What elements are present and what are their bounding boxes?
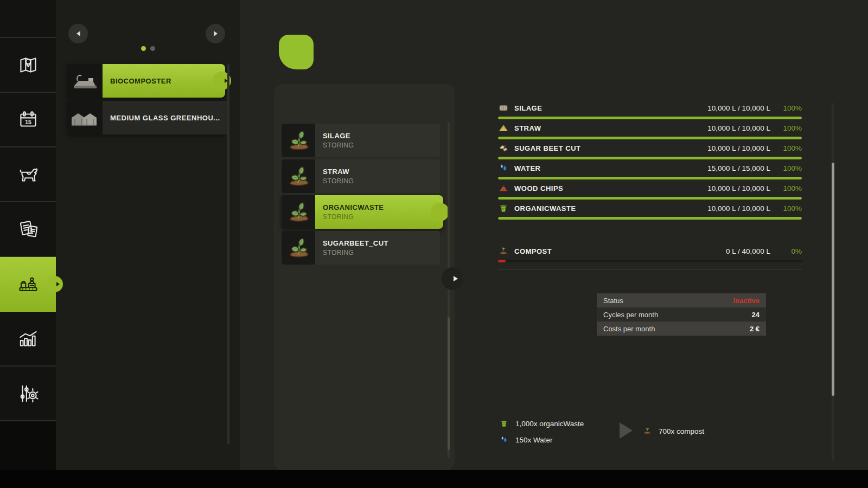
fill-level-bar — [498, 177, 802, 179]
seedling-icon — [282, 124, 315, 157]
ingredient-quantity: 1,000x organicWaste — [515, 420, 584, 428]
seedling-illustration — [501, 279, 593, 363]
stat-label: Costs per month — [603, 325, 655, 333]
animals-icon — [16, 162, 41, 187]
pagination-dot — [141, 46, 146, 51]
stat-label: Cycles per month — [603, 311, 658, 319]
statistics-icon — [16, 326, 41, 351]
product-name: SUGARBEET_CUT — [323, 239, 440, 247]
main-content: SILAGE STORING STRAW STORING ORGANICWAST… — [240, 0, 868, 470]
fill-product-name: SUGAR BEET CUT — [514, 144, 581, 152]
thumb-biocomposter-icon — [67, 64, 103, 98]
keybind-bar — [0, 470, 868, 488]
fill-level-row: WOOD CHIPS 10,000 L / 10,000 L 100% — [498, 182, 802, 202]
fill-percent: 100% — [770, 184, 802, 192]
recipe-ingredient: 700x compost — [642, 426, 704, 436]
fill-level-row: SILAGE 10,000 L / 10,000 L 100% — [498, 102, 802, 122]
sidebar-nav: 15 — [0, 0, 56, 488]
fill-level-bar — [498, 137, 802, 139]
seedling-icon — [282, 231, 315, 265]
fill-percent: 100% — [770, 204, 802, 213]
fill-level-bar-fill — [498, 197, 802, 200]
panel-expand-arrow[interactable] — [442, 267, 463, 290]
owned-item-label-box: MEDIUM GLASS GREENHOU... — [103, 101, 228, 134]
fill-percent: 100% — [770, 144, 802, 152]
fill-product-name: SILAGE — [514, 104, 542, 112]
stat-value: 2 € — [750, 325, 760, 333]
stat-label: Status — [603, 297, 623, 305]
compost-icon — [498, 246, 509, 256]
sidebar-logo-area — [0, 0, 56, 38]
pagination-dots — [56, 46, 240, 51]
fill-product-name: WATER — [514, 164, 540, 172]
wood-chips-icon — [498, 183, 509, 193]
fill-percent: 100% — [770, 104, 802, 112]
fill-amount: 10,000 L / 10,000 L — [707, 204, 770, 213]
recipe-ingredient: 1,000x organicWaste — [499, 418, 584, 429]
stat-value: 24 — [752, 311, 760, 319]
production-icon — [16, 272, 41, 297]
product-name: SILAGE — [323, 132, 440, 140]
production-stat-row: Costs per month 2 € — [597, 322, 766, 336]
sidebar-item[interactable] — [0, 147, 56, 202]
fill-product-name: STRAW — [514, 124, 541, 132]
pagination-dot — [150, 46, 155, 51]
recipe-arrow-icon — [620, 422, 633, 439]
product-item-body: STRAW STORING — [315, 159, 440, 193]
straw-icon — [498, 123, 509, 133]
production-chains-icon — [279, 35, 314, 69]
sidebar-item[interactable]: 15 — [0, 93, 56, 147]
fill-amount: 10,000 L / 10,000 L — [707, 184, 770, 192]
recipe-outputs: 700x compost — [642, 426, 704, 436]
svg-text:15: 15 — [25, 119, 31, 125]
fill-product-name: WOOD CHIPS — [514, 184, 563, 192]
fill-amount: 10,000 L / 10,000 L — [707, 124, 770, 132]
fill-level-row: COMPOST 0 L / 40,000 L 0% — [498, 245, 802, 265]
seedling-icon — [282, 159, 315, 193]
outgoing-products-list: COMPOST 0 L / 40,000 L 0% — [498, 245, 802, 265]
sidebar-item[interactable] — [0, 312, 56, 367]
recipe-section: 1,000x organicWaste 150x Water 700x comp… — [498, 399, 802, 464]
owned-prev-button[interactable] — [68, 24, 88, 43]
input-products-list: SILAGE 10,000 L / 10,000 L 100% STRAW 10… — [498, 102, 802, 222]
production-stats-table: Status Inactive Cycles per month 24 Cost… — [597, 293, 766, 336]
production-details: SILAGE 10,000 L / 10,000 L 100% STRAW 10… — [498, 0, 802, 470]
arrow-left-icon — [76, 31, 80, 36]
products-scrollbar-thumb[interactable] — [448, 317, 450, 450]
owned-item-label-box: BIOCOMPOSTER — [103, 64, 225, 98]
ingredient-quantity: 700x compost — [659, 427, 704, 435]
sidebar-item[interactable] — [0, 38, 56, 93]
owned-panel: BIOCOMPOSTER MEDIUM GLASS GREENHOU... — [56, 0, 240, 470]
fill-percent: 100% — [770, 164, 802, 172]
owned-next-button[interactable] — [206, 24, 225, 43]
fill-amount: 0 L / 40,000 L — [726, 247, 770, 255]
owned-scrollbar[interactable] — [227, 64, 229, 445]
owned-item[interactable]: MEDIUM GLASS GREENHOU... — [67, 101, 225, 134]
sidebar-item[interactable] — [0, 202, 56, 257]
fill-level-bar-fill — [498, 177, 802, 179]
product-status: STORING — [323, 213, 443, 221]
fill-level-bar — [498, 117, 802, 119]
details-scrollbar-thumb[interactable] — [832, 163, 834, 396]
fill-product-name: ORGANICWASTE — [514, 204, 576, 213]
divider — [498, 269, 802, 270]
product-item[interactable]: SILAGE STORING — [282, 124, 440, 157]
sidebar-item[interactable] — [0, 367, 56, 421]
water-icon — [499, 435, 509, 445]
fill-level-row: ORGANICWASTE 10,000 L / 10,000 L 100% — [498, 202, 802, 222]
product-item[interactable]: SUGARBEET_CUT STORING — [282, 231, 440, 265]
product-item[interactable]: STRAW STORING — [282, 159, 440, 193]
owned-item[interactable]: BIOCOMPOSTER — [67, 64, 225, 98]
silage-icon — [498, 103, 509, 113]
product-status: STORING — [323, 142, 440, 149]
fill-product-name: COMPOST — [514, 247, 552, 255]
fill-percent: 0% — [770, 247, 802, 255]
fill-level-bar-fill — [498, 137, 802, 139]
products-panel: SILAGE STORING STRAW STORING ORGANICWAST… — [274, 84, 455, 470]
seedling-icon — [282, 195, 315, 229]
fill-level-row: WATER 15,000 L / 15,000 L 100% — [498, 162, 802, 182]
production-stat-row: Cycles per month 24 — [597, 307, 766, 322]
product-item[interactable]: ORGANICWASTE STORING — [282, 195, 443, 229]
sidebar-item[interactable] — [0, 257, 56, 312]
fill-level-row: SUGAR BEET CUT 10,000 L / 10,000 L 100% — [498, 142, 802, 162]
